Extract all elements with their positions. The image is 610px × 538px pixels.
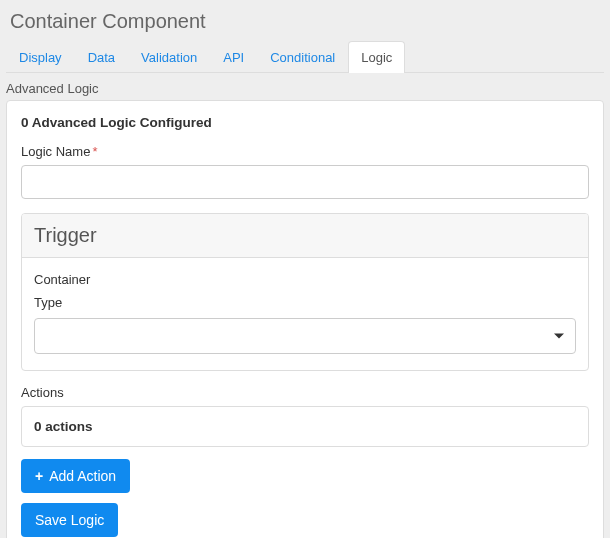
trigger-type-label: Type <box>34 295 576 310</box>
page-title: Container Component <box>6 6 604 41</box>
tab-conditional[interactable]: Conditional <box>257 41 348 73</box>
tab-validation[interactable]: Validation <box>128 41 210 73</box>
logic-count-header: 0 Advanced Logic Configured <box>21 115 589 130</box>
logic-name-label: Logic Name* <box>21 144 589 159</box>
tab-api[interactable]: API <box>210 41 257 73</box>
add-action-button[interactable]: + Add Action <box>21 459 130 493</box>
logic-panel: 0 Advanced Logic Configured Logic Name* … <box>6 100 604 538</box>
section-label: Advanced Logic <box>6 73 604 100</box>
logic-name-input[interactable] <box>21 165 589 199</box>
trigger-type-select-wrap <box>34 318 576 354</box>
trigger-type-select[interactable] <box>34 318 576 354</box>
plus-icon: + <box>35 469 43 483</box>
tab-logic[interactable]: Logic <box>348 41 405 73</box>
tab-display[interactable]: Display <box>6 41 75 73</box>
tabs: Display Data Validation API Conditional … <box>6 41 604 73</box>
logic-name-label-text: Logic Name <box>21 144 90 159</box>
trigger-card: Trigger Container Type <box>21 213 589 371</box>
actions-count: 0 actions <box>21 406 589 447</box>
add-action-label: Add Action <box>49 468 116 484</box>
required-star-icon: * <box>92 144 97 159</box>
actions-label: Actions <box>21 385 589 400</box>
trigger-container-label: Container <box>34 272 576 287</box>
trigger-header: Trigger <box>22 214 588 258</box>
save-logic-button[interactable]: Save Logic <box>21 503 118 537</box>
save-logic-label: Save Logic <box>35 512 104 528</box>
tab-data[interactable]: Data <box>75 41 128 73</box>
